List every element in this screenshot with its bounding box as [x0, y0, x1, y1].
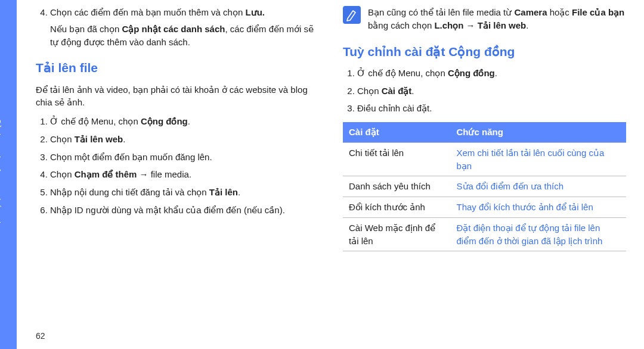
- list-item: Ở chế độ Menu, chọn Cộng đồng.: [357, 67, 626, 80]
- lead-paragraph: Để tải lên ảnh và video, bạn phải có tài…: [36, 83, 319, 110]
- note-text: Bạn cũng có thể tải lên file media từ Ca…: [368, 6, 626, 32]
- text: Chọn: [357, 86, 382, 96]
- bold-text: File của bạn: [572, 7, 624, 17]
- text: .: [411, 86, 414, 96]
- list-item: Ở chế độ Menu, chọn Cộng đồng.: [50, 115, 319, 128]
- text: Nhập ID người dùng và mật khẩu của điểm …: [50, 205, 285, 215]
- text: → file media.: [137, 169, 191, 179]
- text: Chọn một điểm đến bạn muốn đăng lên.: [50, 152, 212, 162]
- bold-text: Tải lên web: [75, 134, 123, 144]
- bold-text: Cập nhật các danh sách: [122, 24, 225, 34]
- text: Bạn cũng có thể tải lên file media từ: [368, 7, 514, 17]
- cell-setting: Chi tiết tải lên: [343, 142, 451, 176]
- bold-text: Lưu.: [245, 7, 265, 17]
- cell-function: Thay đổi kích thước ảnh để tải lên: [451, 197, 627, 218]
- table-row: Chi tiết tải lên Xem chi tiết lần tải lê…: [343, 142, 626, 176]
- text: .: [123, 134, 125, 144]
- list-item: Nhập ID người dùng và mật khẩu của điểm …: [50, 204, 319, 217]
- bold-text: Cộng đồng: [448, 68, 495, 78]
- bold-text: Tải lên web: [478, 20, 527, 30]
- list-item: Nhập nội dung chi tiết đăng tải và chọn …: [50, 186, 319, 199]
- text: bằng cách chọn: [368, 20, 434, 30]
- section-title-customize: Tuỳ chỉnh cài đặt Cộng đồng: [343, 43, 626, 61]
- text: →: [463, 20, 477, 30]
- cell-function: Xem chi tiết lần tải lên cuối cùng của b…: [451, 142, 627, 176]
- text: Chọn: [50, 134, 75, 144]
- text: .: [188, 116, 190, 126]
- list-item: Chọn Tải lên web.: [50, 133, 319, 146]
- list-item: Điều chỉnh cài đặt.: [357, 102, 626, 115]
- page-number: 62: [36, 330, 45, 342]
- right-column: Bạn cũng có thể tải lên file media từ Ca…: [343, 6, 626, 343]
- cell-setting: Cài Web mặc định để tải lên: [343, 217, 451, 251]
- side-tab-label: Sử dụng các công cụ và ứng dụng: [0, 119, 2, 286]
- list-item: Chọn các điểm đến mà bạn muốn thêm và ch…: [50, 6, 319, 48]
- table-header-setting: Cài đặt: [343, 122, 451, 142]
- list-item: Chọn Chạm để thêm → file media.: [50, 168, 319, 181]
- cell-setting: Danh sách yêu thích: [343, 176, 451, 197]
- text: Chọn: [50, 169, 75, 179]
- text: hoặc: [547, 7, 572, 17]
- text: Nếu bạn đã chọn: [50, 24, 122, 34]
- bold-text: Chạm để thêm: [75, 169, 137, 179]
- page-content: Chọn các điểm đến mà bạn muốn thêm và ch…: [36, 6, 626, 343]
- table-row: Danh sách yêu thích Sửa đổi điểm đến ưa …: [343, 176, 626, 197]
- note-icon: [343, 6, 361, 24]
- list-item: Chọn Cài đặt.: [357, 85, 626, 98]
- text: .: [495, 68, 497, 78]
- bold-text: Camera: [514, 7, 547, 17]
- cell-setting: Đổi kích thước ảnh: [343, 197, 451, 218]
- settings-table: Cài đặt Chức năng Chi tiết tải lên Xem c…: [343, 122, 626, 251]
- text: Nhập nội dung chi tiết đăng tải và chọn: [50, 187, 209, 197]
- cell-function: Đặt điện thoại để tự động tải file lên đ…: [451, 217, 627, 251]
- cell-function: Sửa đổi điểm đến ưa thích: [451, 176, 627, 197]
- bold-text: Cài đặt: [382, 86, 412, 96]
- text: .: [238, 187, 240, 197]
- left-pre-list: Chọn các điểm đến mà bạn muốn thêm và ch…: [36, 6, 319, 48]
- left-steps: Ở chế độ Menu, chọn Cộng đồng. Chọn Tải …: [36, 115, 319, 217]
- bold-text: Cộng đồng: [141, 116, 188, 126]
- table-header-function: Chức năng: [451, 122, 627, 142]
- left-column: Chọn các điểm đến mà bạn muốn thêm và ch…: [36, 6, 319, 343]
- bold-text: Tải lên: [209, 187, 238, 197]
- text: Ở chế độ Menu, chọn: [357, 68, 448, 78]
- text: Điều chỉnh cài đặt.: [357, 103, 432, 113]
- note-box: Bạn cũng có thể tải lên file media từ Ca…: [343, 6, 626, 32]
- table-row: Đổi kích thước ảnh Thay đổi kích thước ả…: [343, 197, 626, 218]
- side-tab: Sử dụng các công cụ và ứng dụng: [0, 0, 17, 349]
- section-title-upload: Tải lên file: [36, 59, 319, 77]
- text: .: [526, 20, 528, 30]
- right-steps: Ở chế độ Menu, chọn Cộng đồng. Chọn Cài …: [343, 67, 626, 115]
- text: Chọn các điểm đến mà bạn muốn thêm và ch…: [50, 7, 245, 17]
- bold-text: L.chọn: [434, 20, 463, 30]
- list-item: Chọn một điểm đến bạn muốn đăng lên.: [50, 151, 319, 164]
- text: Ở chế độ Menu, chọn: [50, 116, 141, 126]
- table-row: Cài Web mặc định để tải lên Đặt điện tho…: [343, 217, 626, 251]
